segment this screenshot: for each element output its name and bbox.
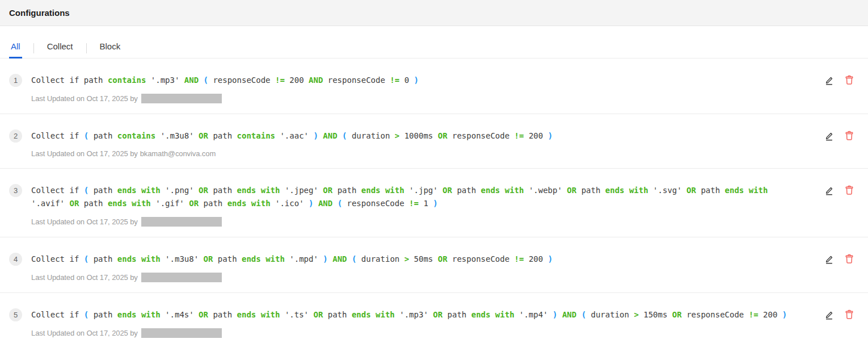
configurations-page: Configurations All Collect Block 1 Colle…: [0, 0, 868, 343]
rule-updated-label: Last Updated on Oct 17, 2025 by: [31, 149, 138, 158]
rule-body: Collect if ( path ends with '.m4s' OR pa…: [31, 308, 794, 338]
trash-icon: [845, 131, 854, 141]
rule-number-badge: 5: [9, 308, 22, 321]
rule-number-badge: 1: [9, 74, 22, 87]
rule-expression: Collect if ( path ends with '.m3u8' OR p…: [31, 253, 794, 266]
delete-button[interactable]: [845, 185, 854, 195]
trash-icon: [845, 75, 854, 85]
trash-icon: [845, 309, 854, 320]
rule-actions: [824, 309, 854, 320]
rule-number-badge: 3: [9, 184, 22, 197]
rule-row: 3 Collect if ( path ends with '.png' OR …: [0, 169, 868, 237]
tab-collect[interactable]: Collect: [45, 41, 75, 58]
redacted-author-box: [141, 328, 222, 338]
rule-body: Collect if ( path ends with '.png' OR pa…: [31, 184, 794, 227]
trash-icon: [845, 185, 854, 195]
rule-actions: [824, 254, 854, 264]
edit-button[interactable]: [824, 186, 834, 195]
rule-author: bkamath@conviva.com: [140, 149, 216, 158]
edit-button[interactable]: [824, 254, 834, 264]
rule-updated: Last Updated on Oct 17, 2025 by bkamath@…: [31, 149, 794, 158]
rule-number-badge: 2: [9, 129, 22, 143]
rules-list: 1 Collect if path contains '.mp3' AND ( …: [0, 58, 868, 343]
edit-button[interactable]: [824, 76, 834, 85]
rule-expression: Collect if path contains '.mp3' AND ( re…: [31, 74, 794, 87]
rule-body: Collect if path contains '.mp3' AND ( re…: [31, 74, 794, 103]
page-title: Configurations: [9, 8, 70, 18]
tab-block[interactable]: Block: [98, 41, 123, 58]
redacted-author-box: [141, 94, 222, 103]
tab-separator: [86, 43, 87, 53]
rule-expression: Collect if ( path ends with '.png' OR pa…: [31, 184, 794, 210]
rule-row: 5 Collect if ( path ends with '.m4s' OR …: [0, 293, 868, 343]
tab-bar: All Collect Block: [0, 26, 868, 58]
tab-all[interactable]: All: [9, 41, 22, 58]
rule-actions: [824, 185, 854, 195]
pencil-icon: [824, 76, 834, 85]
delete-button[interactable]: [845, 131, 854, 141]
delete-button[interactable]: [845, 75, 854, 85]
trash-icon: [845, 254, 854, 264]
delete-button[interactable]: [845, 309, 854, 320]
rule-expression: Collect if ( path ends with '.m4s' OR pa…: [31, 308, 794, 321]
pencil-icon: [824, 254, 834, 264]
rule-number-badge: 4: [9, 253, 22, 266]
edit-button[interactable]: [824, 131, 834, 141]
rule-actions: [824, 131, 854, 141]
rule-updated: Last Updated on Oct 17, 2025 by: [31, 217, 794, 227]
rule-updated: Last Updated on Oct 17, 2025 by: [31, 328, 794, 338]
edit-button[interactable]: [824, 310, 834, 320]
pencil-icon: [824, 131, 834, 141]
tab-separator: [33, 43, 34, 53]
rule-actions: [824, 75, 854, 85]
pencil-icon: [824, 186, 834, 195]
rule-updated-label: Last Updated on Oct 17, 2025 by: [31, 217, 138, 226]
rule-expression: Collect if ( path contains '.m3u8' OR pa…: [31, 129, 794, 143]
pencil-icon: [824, 310, 834, 320]
rule-row: 2 Collect if ( path contains '.m3u8' OR …: [0, 114, 868, 169]
redacted-author-box: [141, 273, 222, 282]
page-header: Configurations: [0, 0, 868, 26]
rule-updated-label: Last Updated on Oct 17, 2025 by: [31, 273, 138, 282]
rule-updated: Last Updated on Oct 17, 2025 by: [31, 94, 794, 103]
rule-body: Collect if ( path contains '.m3u8' OR pa…: [31, 129, 794, 158]
rule-row: 4 Collect if ( path ends with '.m3u8' OR…: [0, 237, 868, 293]
rule-updated-label: Last Updated on Oct 17, 2025 by: [31, 94, 138, 103]
rule-updated-label: Last Updated on Oct 17, 2025 by: [31, 329, 138, 337]
rule-body: Collect if ( path ends with '.m3u8' OR p…: [31, 253, 794, 282]
rule-row: 1 Collect if path contains '.mp3' AND ( …: [0, 58, 868, 114]
redacted-author-box: [141, 217, 222, 227]
delete-button[interactable]: [845, 254, 854, 264]
rule-updated: Last Updated on Oct 17, 2025 by: [31, 273, 794, 282]
